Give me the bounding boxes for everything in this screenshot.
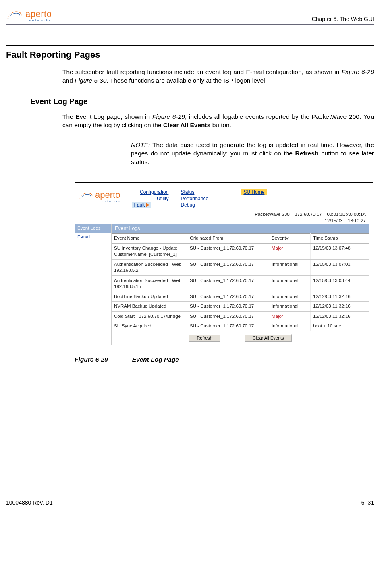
table-row: Authentication Succeeded - Web - 192.168…: [112, 275, 369, 292]
cell-originated-from: SU - Customer_1 172.60.70.17: [187, 275, 269, 292]
cell-originated-from: SU - Customer_1 172.60.70.17: [187, 243, 269, 259]
nav-col-1: Configuration Utility Fault: [132, 189, 168, 209]
table-row: SU Inventory Change - Update CustomerNam…: [112, 243, 369, 259]
cell-severity: Informational: [269, 302, 311, 312]
cell-severity: Informational: [269, 321, 311, 331]
bold-text: Clear All Events: [163, 122, 210, 128]
cell-severity: Informational: [269, 275, 311, 292]
page-header: aperto networks Chapter 6. The Web GUI: [6, 8, 374, 25]
chapter-reference: Chapter 6. The Web GUI: [312, 15, 374, 23]
cell-severity: Informational: [269, 259, 311, 275]
cell-time-stamp: 12/15/03 13:07:01: [311, 259, 369, 275]
nav-utility[interactable]: Utility: [132, 195, 168, 202]
col-severity: Severity: [269, 234, 311, 244]
refresh-button[interactable]: Refresh: [189, 334, 220, 342]
cell-originated-from: SU - Customer_1 172.60.70.17: [187, 302, 269, 312]
divider: [75, 211, 369, 211]
table-row: NVRAM Backup UpdatedSU - Customer_1 172.…: [112, 302, 369, 312]
cell-originated-from: SU - Customer_1 172.60.70.17: [187, 311, 269, 321]
screenshot: aperto networks Configuration Utility Fa…: [75, 186, 369, 346]
sidebar: Event Logs E-mail: [75, 224, 112, 345]
col-event-name: Event Name: [112, 234, 187, 244]
cell-originated-from: SU - Customer_1 172.60.70.17: [187, 321, 269, 331]
clear-all-events-button[interactable]: Clear All Events: [245, 334, 292, 342]
cell-severity: Major: [269, 243, 311, 259]
nav-fault-selected[interactable]: Fault: [132, 202, 151, 208]
col-originated-from: Originated From: [187, 234, 269, 244]
cell-severity: Major: [269, 311, 311, 321]
bold-text: Refresh: [295, 150, 319, 157]
app-body: Event Logs E-mail Event Logs Event Name …: [75, 224, 369, 345]
section-title: Fault Reporting Pages: [6, 49, 374, 61]
su-home-wrap: SU Home: [241, 189, 267, 195]
app-logo-text: aperto: [95, 190, 120, 200]
cell-severity: Informational: [269, 292, 311, 302]
cell-time-stamp: 12/12/03 11:32:16: [311, 302, 369, 312]
nav-performance[interactable]: Performance: [181, 195, 217, 202]
status-line-2: 12/15/03 13:10:27: [75, 218, 369, 224]
text: button.: [210, 122, 231, 128]
logo-swoosh-icon: [78, 191, 93, 201]
cell-time-stamp: 12/12/03 11:32:16: [311, 292, 369, 302]
status-line-1: PacketWave 230 172.60.70.17 00:01:3B:A0:…: [75, 211, 369, 218]
section: Fault Reporting Pages: [6, 45, 374, 61]
nav-status[interactable]: Status: [181, 189, 217, 195]
cell-event-name: Authentication Succeeded - Web - 192.168…: [112, 259, 187, 275]
nav-configuration[interactable]: Configuration: [132, 189, 168, 195]
app-logo: aperto networks: [78, 189, 120, 203]
app-logo-subtitle: networks: [95, 199, 120, 203]
figure-ref: Figure 6-29: [342, 68, 374, 75]
footer-left: 10004880 Rev. D1: [6, 499, 53, 507]
figure-number: Figure 6-29: [75, 356, 108, 364]
body-paragraph: The Event Log page, shown in Figure 6-29…: [62, 113, 374, 130]
cell-event-name: BootLine Backup Updated: [112, 292, 187, 302]
cell-event-name: Authentication Succeeded - Web - 192.168…: [112, 275, 187, 292]
text: The subscriber fault reporting functions…: [62, 68, 342, 75]
logo: aperto networks: [6, 8, 52, 23]
cell-time-stamp: 12/12/03 11:32:16: [311, 311, 369, 321]
main-panel: Event Logs Event Name Originated From Se…: [112, 224, 369, 345]
event-log-table: Event Name Originated From Severity Time…: [112, 233, 369, 331]
cell-event-name: SU Inventory Change - Update CustomerNam…: [112, 243, 187, 259]
table-row: Authentication Succeeded - Web - 192.168…: [112, 259, 369, 275]
panel-title: Event Logs: [112, 224, 369, 233]
table-row: SU Sync AcquiredSU - Customer_1 172.60.7…: [112, 321, 369, 331]
footer-page-number: 6–31: [361, 499, 374, 507]
app-header: aperto networks Configuration Utility Fa…: [75, 186, 369, 209]
nav-label: Fault: [134, 202, 145, 208]
text: The Event Log page, shown in: [62, 113, 152, 120]
figure-caption: Figure 6-29 Event Log Page: [75, 353, 373, 364]
nav-col-2: Status Performance Debug: [181, 189, 217, 209]
table-row: BootLine Backup UpdatedSU - Customer_1 1…: [112, 292, 369, 302]
text: and: [62, 77, 75, 84]
sidebar-item-event-logs[interactable]: Event Logs: [75, 224, 111, 233]
logo-swoosh-icon: [6, 10, 23, 21]
su-home-button[interactable]: SU Home: [241, 189, 267, 195]
sidebar-item-email[interactable]: E-mail: [75, 233, 111, 242]
col-time-stamp: Time Stamp: [311, 234, 369, 244]
cell-event-name: NVRAM Backup Updated: [112, 302, 187, 312]
cell-time-stamp: 12/15/03 13:07:48: [311, 243, 369, 259]
cell-event-name: Cold Start - 172.60.70.17/Bridge: [112, 311, 187, 321]
arrow-right-icon: [146, 203, 149, 207]
figure: aperto networks Configuration Utility Fa…: [75, 182, 373, 364]
text: . These functions are available only at …: [106, 77, 267, 84]
cell-originated-from: SU - Customer_1 172.60.70.17: [187, 292, 269, 302]
cell-event-name: SU Sync Acquired: [112, 321, 187, 331]
figure-ref: Figure 6-30: [75, 77, 106, 84]
note-paragraph: NOTE: The data base used to generate the…: [131, 141, 374, 166]
note-lead: NOTE:: [131, 141, 150, 148]
nav-debug[interactable]: Debug: [181, 202, 217, 208]
subsection-title: Event Log Page: [30, 96, 374, 107]
table-row: Cold Start - 172.60.70.17/BridgeSU - Cus…: [112, 311, 369, 321]
button-row: Refresh Clear All Events: [112, 334, 369, 342]
logo-text: aperto: [25, 9, 52, 19]
page-footer: 10004880 Rev. D1 6–31: [6, 497, 374, 507]
cell-originated-from: SU - Customer_1 172.60.70.17: [187, 259, 269, 275]
figure-title: Event Log Page: [132, 356, 179, 364]
intro-paragraph: The subscriber fault reporting functions…: [62, 68, 374, 85]
figure-ref: Figure 6-29: [152, 113, 185, 120]
cell-time-stamp: 12/15/03 13:03:44: [311, 275, 369, 292]
cell-time-stamp: boot + 10 sec: [311, 321, 369, 331]
logo-subtitle: networks: [25, 19, 52, 23]
